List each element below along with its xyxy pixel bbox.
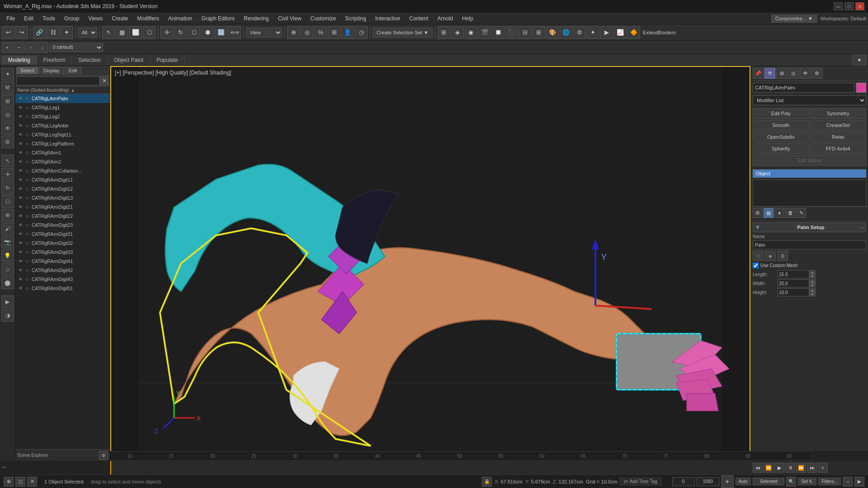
width-spin-up[interactable]: ▲ xyxy=(809,279,816,283)
se-item-5[interactable]: 👁 ◇ CATRigLLegPlatform xyxy=(15,139,110,148)
menu-customize[interactable]: Customize xyxy=(306,14,341,23)
status-icon1[interactable]: ⊕ xyxy=(4,477,14,487)
select-tool-button[interactable]: ↖ xyxy=(1,155,14,167)
rp-color-swatch[interactable] xyxy=(856,83,866,93)
snap-button[interactable]: 🔢 xyxy=(215,26,227,39)
layer-move-down-button[interactable]: ↓ xyxy=(37,42,48,53)
env-button[interactable]: 🌐 xyxy=(560,26,572,39)
rp-prop-btn5[interactable]: ✎ xyxy=(796,208,806,218)
unlink-button[interactable]: ⛓ xyxy=(47,26,59,39)
rotate-button[interactable]: ↻ xyxy=(174,26,187,39)
lock-button[interactable]: 🔒 xyxy=(482,477,492,487)
user-account-button[interactable]: Coreycontre... ▼ xyxy=(771,14,817,23)
status-icon3[interactable]: ✕ xyxy=(27,477,37,487)
mirror-button[interactable]: ⟺ xyxy=(228,26,241,39)
rp-editspline-button[interactable]: Edit Spline xyxy=(753,155,866,166)
se-item-11[interactable]: 👁 ◇ CATRigRArmDigit13 xyxy=(15,193,110,202)
select-by-name-button[interactable]: ▦ xyxy=(116,26,128,39)
scale2-button[interactable]: ⬢ xyxy=(201,26,214,39)
rp-prop-btn3[interactable]: ♦ xyxy=(774,208,784,218)
rp-smooth-button[interactable]: Smooth xyxy=(753,120,809,131)
rp-prop-btn2[interactable]: ▦ xyxy=(764,208,774,218)
palm-icon-btn1[interactable]: □ xyxy=(753,251,764,261)
add-key-button[interactable]: + xyxy=(818,463,828,473)
menu-modifiers[interactable]: Modifiers xyxy=(132,14,164,23)
rp-spherify-button[interactable]: Spherify xyxy=(753,143,809,154)
length-spin-down[interactable]: ▼ xyxy=(809,274,816,278)
height-input[interactable] xyxy=(778,288,809,296)
ram-player-button[interactable]: ▶ xyxy=(600,26,613,39)
se-item-9[interactable]: 👁 ◇ CATRigRArmDigit11 xyxy=(15,175,110,184)
tab-options-button[interactable]: ▼ xyxy=(853,55,866,66)
se-sort[interactable]: Name (Sorted Ascending) ▲ xyxy=(15,87,110,94)
prev-frame-button[interactable]: ⏪ xyxy=(764,463,774,473)
rect-select-button[interactable]: ⬜ xyxy=(129,26,142,39)
menu-scripting[interactable]: Scripting xyxy=(340,14,371,23)
minimize-button[interactable]: — xyxy=(834,2,843,10)
rp-hierarchy-button[interactable]: ⊞ xyxy=(776,68,787,79)
se-item-16[interactable]: 👁 ◇ CATRigRArmDigit32 xyxy=(15,239,110,248)
se-item-6[interactable]: 👁 ◇ CATRigRArm1 xyxy=(15,148,110,157)
menu-help[interactable]: Help xyxy=(458,14,478,23)
rp-ffd-button[interactable]: FFD 4x4x4 xyxy=(810,143,867,154)
named-select-button[interactable]: ⊞ xyxy=(438,26,450,39)
percent-snap-button[interactable]: % xyxy=(314,26,327,39)
width-input[interactable] xyxy=(778,279,809,287)
se-item-17[interactable]: 👁 ◇ CATRigRArmDigit33 xyxy=(15,248,110,257)
menu-rendering[interactable]: Rendering xyxy=(239,14,273,23)
rp-creaseset-button[interactable]: CreaseSet xyxy=(810,120,867,131)
add-frame-button[interactable]: + xyxy=(721,475,734,488)
rp-prop-btn1[interactable]: ⚙ xyxy=(753,208,763,218)
menu-interactive[interactable]: Interactive xyxy=(371,14,405,23)
tab-object-paint[interactable]: Object Paint xyxy=(108,56,150,65)
effects-button[interactable]: ✦ xyxy=(587,26,599,39)
grid-button[interactable]: ⊟ xyxy=(519,26,532,39)
layers-dropdown[interactable]: 0 (default) xyxy=(49,43,103,52)
height-spin-down[interactable]: ▼ xyxy=(809,292,816,296)
play-button[interactable]: ▶ xyxy=(774,463,784,473)
bind-button[interactable]: ✦ xyxy=(60,26,73,39)
se-item-10[interactable]: 👁 ◇ CATRigRArmDigit12 xyxy=(15,184,110,193)
scale-tool-button[interactable]: ⬡ xyxy=(1,195,14,208)
palm-name-input[interactable] xyxy=(753,240,866,249)
tab-freeform[interactable]: Freeform xyxy=(37,56,72,65)
play-mode-button[interactable]: ▶ xyxy=(854,477,864,487)
selected-filter-button[interactable]: Selected xyxy=(753,478,784,485)
se-item-0[interactable]: 👁 ◇ CATRigLArmPalm xyxy=(15,94,110,103)
rotate-tool-button[interactable]: ↻ xyxy=(1,182,14,194)
se-item-4[interactable]: 👁 ◇ CATRigLLegDigit11 xyxy=(15,130,110,139)
goto-start-button[interactable]: ⏮ xyxy=(753,463,763,473)
layer-move-button[interactable]: ↑ xyxy=(25,42,36,53)
move-tool-button[interactable]: ✛ xyxy=(1,168,14,181)
utilities-panel-button[interactable]: ⚙ xyxy=(1,136,14,148)
menu-edit[interactable]: Edit xyxy=(19,14,38,23)
length-spin-up[interactable]: ▲ xyxy=(809,270,816,274)
rp-editpoly-button[interactable]: Edit Poly xyxy=(753,108,809,119)
timeline-track[interactable] xyxy=(110,461,750,474)
undo-button[interactable]: ↩ xyxy=(2,26,14,39)
shape-button[interactable]: ⬤ xyxy=(1,277,14,289)
filters-button[interactable]: Filters... xyxy=(818,478,841,485)
se-item-12[interactable]: 👁 ◇ CATRigRArmDigit21 xyxy=(15,202,110,211)
se-display-button[interactable]: Display xyxy=(39,67,64,74)
display-panel-button[interactable]: 👁 xyxy=(1,122,14,135)
motion-panel-button[interactable]: ◎ xyxy=(1,108,14,121)
palm-icon-btn2[interactable]: ◈ xyxy=(765,251,776,261)
paint-button[interactable]: 🖌 xyxy=(1,222,14,235)
helper-button[interactable]: ◇ xyxy=(1,263,14,276)
hide-unselected-button[interactable]: ◉ xyxy=(465,26,477,39)
width-spin-down[interactable]: ▼ xyxy=(809,283,816,287)
se-item-8[interactable]: 👁 ◇ CATRigRArmCollarbon... xyxy=(15,166,110,175)
schematic-button[interactable]: 🔶 xyxy=(627,26,640,39)
rp-opensubdiv-button[interactable]: OpenSubdiv xyxy=(753,131,809,142)
light-button[interactable]: 💡 xyxy=(1,249,14,262)
select-object-button[interactable]: ↖ xyxy=(102,26,115,39)
render2-button[interactable]: 🔲 xyxy=(492,26,505,39)
stop-button[interactable]: ⏸ xyxy=(785,463,795,473)
maximize-button[interactable]: □ xyxy=(844,2,854,10)
spinner-snap-button[interactable]: ⊞ xyxy=(328,26,340,39)
menu-views[interactable]: Views xyxy=(84,14,107,23)
se-item-2[interactable]: 👁 ◇ CATRigLLeg2 xyxy=(15,112,110,121)
scale-button[interactable]: ⬡ xyxy=(188,26,200,39)
circle-select-button[interactable]: ⬡ xyxy=(143,26,156,39)
